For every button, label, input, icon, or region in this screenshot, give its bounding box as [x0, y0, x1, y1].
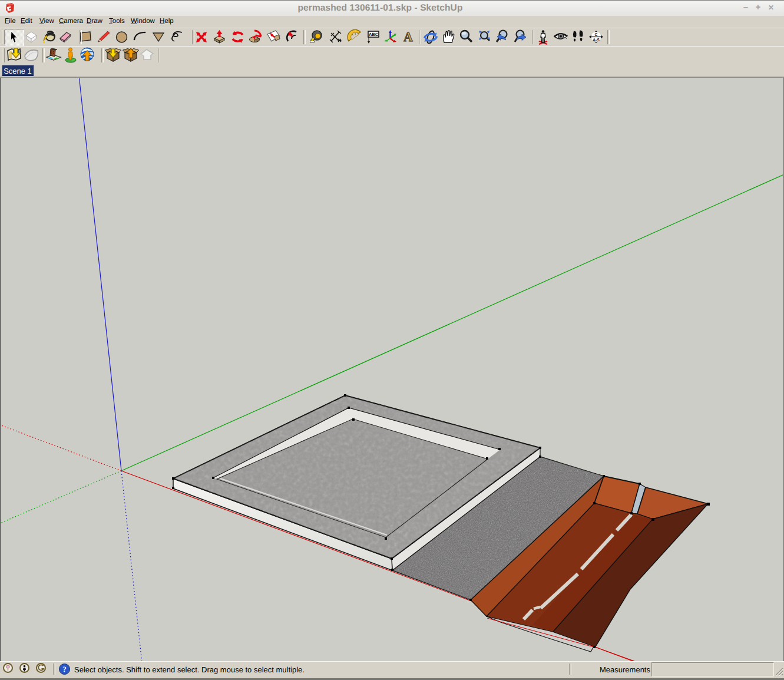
svg-text:A-5: A-5: [593, 38, 599, 42]
svg-text:A: A: [403, 29, 413, 44]
svg-text:C: C: [594, 33, 597, 37]
svg-text:?: ?: [62, 665, 67, 674]
svg-text:ABC: ABC: [369, 32, 379, 37]
